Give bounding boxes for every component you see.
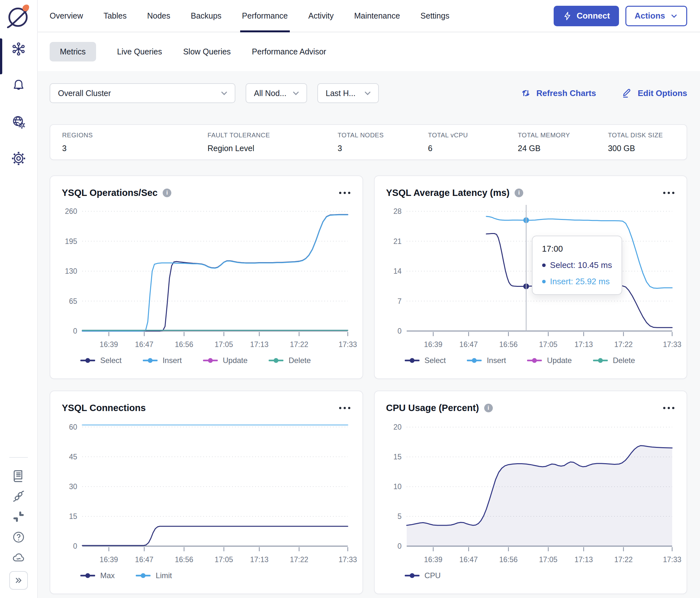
svg-text:21: 21 — [393, 237, 402, 245]
info-icon[interactable]: i — [484, 404, 493, 412]
tab-backups[interactable]: Backups — [191, 0, 222, 32]
stat-value: 24 GB — [518, 144, 608, 153]
legend-item-insert[interactable]: Insert — [467, 356, 506, 365]
legend-item-insert[interactable]: Insert — [143, 356, 182, 365]
actions-button[interactable]: Actions — [625, 6, 687, 26]
sidebar-collapse-button[interactable] — [9, 571, 28, 590]
subtab-slow-queries[interactable]: Slow Queries — [183, 47, 231, 56]
svg-text:0: 0 — [397, 542, 402, 550]
svg-text:16:39: 16:39 — [100, 340, 118, 348]
legend-item-delete[interactable]: Delete — [593, 356, 635, 365]
svg-text:17:33: 17:33 — [339, 555, 357, 564]
legend-item-update[interactable]: Update — [527, 356, 572, 365]
legend-item-update[interactable]: Update — [203, 356, 248, 365]
svg-text:65: 65 — [69, 297, 77, 305]
tab-activity[interactable]: Activity — [308, 0, 334, 32]
tab-settings[interactable]: Settings — [421, 0, 449, 32]
performance-subtabs: MetricsLive QueriesSlow QueriesPerforman… — [38, 32, 700, 71]
tooltip-series-value: Insert: 25.92 ms — [550, 277, 610, 287]
legend-label: Select — [100, 356, 122, 365]
tab-performance[interactable]: Performance — [242, 0, 288, 32]
refresh-charts-button[interactable]: Refresh Charts — [520, 88, 596, 99]
svg-text:30: 30 — [69, 483, 77, 491]
top-navigation: OverviewTablesNodesBackupsPerformanceAct… — [38, 0, 700, 32]
stat-value: 3 — [338, 144, 428, 153]
svg-text:16:47: 16:47 — [135, 555, 154, 564]
svg-text:0: 0 — [73, 542, 77, 550]
sidebar-item-cloud-status-icon[interactable] — [11, 551, 26, 565]
connect-button[interactable]: Connect — [554, 6, 619, 26]
chart-menu-dots-icon[interactable] — [339, 190, 351, 196]
chart-card-ysql-operations-sec: YSQL Operations/Seci06513019526016:3916:… — [50, 176, 363, 379]
subtab-metrics[interactable]: Metrics — [50, 42, 96, 61]
sidebar-item-settings-icon[interactable] — [11, 151, 26, 166]
chevron-down-icon — [670, 12, 678, 20]
sidebar-item-integrations-icon[interactable] — [11, 489, 26, 503]
subtab-performance-advisor[interactable]: Performance Advisor — [252, 47, 326, 56]
chart-plot-ysql-connections[interactable]: 01530456016:3916:4716:5617:0517:1317:221… — [62, 416, 351, 567]
legend-marker-icon — [527, 358, 542, 363]
stat-fault-tolerance: FAULT TOLERANCERegion Level — [207, 132, 338, 153]
svg-text:16:56: 16:56 — [499, 340, 518, 348]
chart-menu-dots-icon[interactable] — [662, 405, 675, 411]
stat-label: TOTAL NODES — [338, 132, 428, 139]
svg-text:16:56: 16:56 — [499, 555, 518, 564]
svg-text:17:05: 17:05 — [215, 340, 233, 348]
tooltip-series-dot-icon — [542, 263, 546, 267]
legend-item-cpu[interactable]: CPU — [405, 571, 441, 580]
chart-legend: CPU — [405, 571, 675, 580]
svg-text:17:33: 17:33 — [663, 340, 681, 348]
edit-options-button[interactable]: Edit Options — [622, 88, 687, 99]
chart-plot-ysql-average-latency-ms[interactable]: 0714212816:3916:4716:5617:0517:1317:2217… — [386, 201, 675, 352]
sidebar-item-alerts-icon[interactable] — [11, 78, 26, 93]
legend-item-max[interactable]: Max — [80, 571, 115, 580]
metrics-content: Overall Cluster All Nod... Last H... — [38, 71, 700, 598]
sidebar-item-clusters-icon[interactable] — [11, 42, 26, 56]
tab-overview[interactable]: Overview — [50, 0, 83, 32]
refresh-charts-label: Refresh Charts — [536, 88, 596, 98]
cluster-scope-select[interactable]: Overall Cluster — [50, 83, 235, 103]
subtab-live-queries[interactable]: Live Queries — [117, 47, 162, 56]
svg-text:17:22: 17:22 — [290, 340, 308, 348]
legend-label: Insert — [487, 356, 506, 365]
tab-nodes[interactable]: Nodes — [147, 0, 170, 32]
legend-item-select[interactable]: Select — [405, 356, 446, 365]
sidebar-item-slack-icon[interactable] — [11, 510, 26, 524]
chart-plot-cpu-usage-percent[interactable]: 0510152016:3916:4716:5617:0517:1317:2217… — [386, 416, 675, 567]
legend-label: Update — [223, 356, 248, 365]
legend-label: Delete — [289, 356, 310, 365]
sidebar — [0, 0, 38, 598]
edit-options-label: Edit Options — [638, 88, 687, 98]
chart-menu-dots-icon[interactable] — [662, 190, 675, 196]
legend-marker-icon — [405, 358, 420, 363]
svg-text:17:13: 17:13 — [250, 340, 269, 348]
sidebar-item-regions-icon[interactable] — [11, 114, 26, 129]
nav-actions: Connect Actions — [554, 6, 687, 26]
tab-maintenance[interactable]: Maintenance — [354, 0, 400, 32]
filter-row: Overall Cluster All Nod... Last H... — [50, 83, 687, 103]
stat-value: 6 — [428, 144, 518, 153]
legend-item-delete[interactable]: Delete — [269, 356, 310, 365]
info-icon[interactable]: i — [163, 188, 171, 197]
svg-text:0: 0 — [73, 327, 77, 335]
legend-item-select[interactable]: Select — [80, 356, 122, 365]
chart-plot-ysql-operations-sec[interactable]: 06513019526016:3916:4716:5617:0517:1317:… — [62, 201, 351, 352]
sidebar-item-docs-icon[interactable] — [11, 469, 26, 483]
legend-marker-icon — [136, 573, 150, 578]
info-icon[interactable]: i — [515, 188, 523, 197]
svg-text:130: 130 — [65, 267, 77, 275]
svg-text:260: 260 — [65, 207, 77, 215]
legend-marker-icon — [467, 358, 482, 363]
stat-value: 300 GB — [608, 144, 675, 153]
nodes-select[interactable]: All Nod... — [246, 83, 307, 103]
chart-legend: SelectInsertUpdateDelete — [405, 356, 675, 365]
yugabyte-logo-icon[interactable] — [4, 3, 33, 32]
connect-button-label: Connect — [577, 11, 610, 21]
actions-button-label: Actions — [635, 11, 665, 21]
legend-item-limit[interactable]: Limit — [136, 571, 172, 580]
chart-menu-dots-icon[interactable] — [339, 405, 351, 411]
tab-tables[interactable]: Tables — [103, 0, 126, 32]
sidebar-item-help-icon[interactable] — [11, 530, 26, 544]
time-range-select[interactable]: Last H... — [317, 83, 379, 103]
legend-marker-icon — [203, 358, 218, 363]
